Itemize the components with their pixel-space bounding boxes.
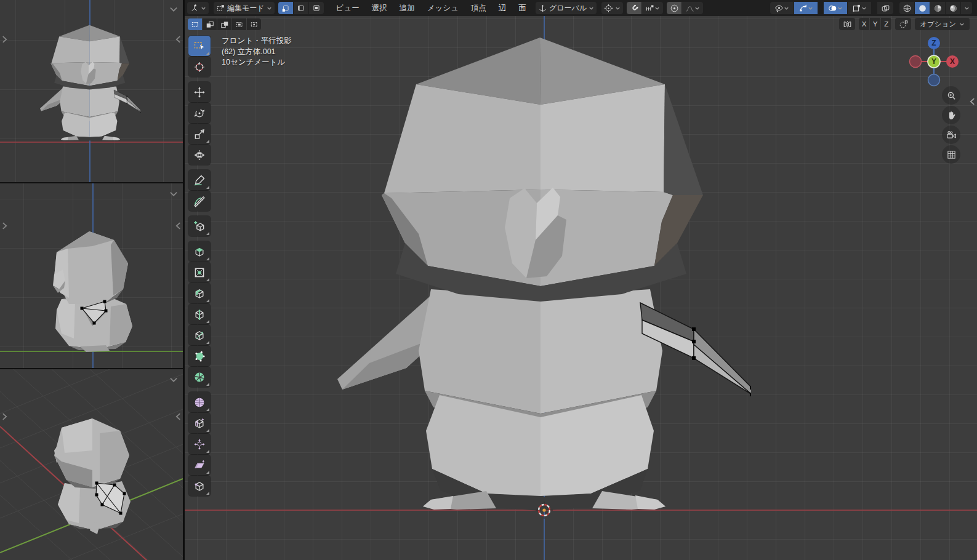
active-object-label: (62) 立方体.001	[222, 47, 292, 58]
mode-dropdown[interactable]: 編集モード	[214, 2, 275, 14]
shrink-fatten-tool[interactable]	[188, 434, 211, 454]
extrude-region-tool[interactable]	[188, 241, 211, 262]
penguin-mesh-front-small[interactable]	[39, 23, 141, 142]
region-expand-arrow[interactable]	[175, 412, 182, 423]
region-expand-arrow[interactable]	[175, 35, 182, 46]
object-visibility-dropdown[interactable]	[770, 2, 794, 14]
smooth-tool[interactable]	[188, 392, 211, 412]
chevron-down-icon	[959, 22, 965, 27]
svg-text:Z: Z	[931, 39, 936, 47]
left-viewport-column	[0, 0, 183, 560]
viewport-side-ortho[interactable]	[0, 183, 183, 368]
options-dropdown[interactable]: オプション	[915, 18, 970, 30]
3d-cursor	[536, 502, 553, 519]
mirror-axis-z[interactable]: Z	[881, 18, 891, 30]
chevron-down-icon	[201, 6, 206, 11]
viewport-corner-action[interactable]	[169, 188, 178, 199]
penguin-mesh-side[interactable]	[0, 183, 183, 368]
zoom-button[interactable]	[942, 86, 960, 105]
show-overlays-toggle[interactable]	[824, 2, 847, 14]
inset-faces-tool[interactable]	[188, 262, 211, 282]
select-mode-subtract[interactable]	[217, 18, 231, 30]
pivot-point-icon	[604, 4, 613, 13]
viewport-corner-action[interactable]	[169, 374, 178, 385]
bevel-tool[interactable]	[188, 283, 211, 303]
snap-toggle[interactable]	[627, 2, 641, 14]
chevron-down-icon	[589, 6, 594, 11]
transform-orientation-dropdown[interactable]: グローバル	[536, 2, 597, 14]
shading-dropdown[interactable]	[961, 2, 972, 14]
proportional-falloff-dropdown[interactable]	[682, 2, 703, 14]
region-expand-arrow[interactable]	[1, 412, 8, 423]
cursor-tool[interactable]	[188, 57, 211, 77]
mirror-axis-x[interactable]: X	[859, 18, 869, 30]
sidebar-collapse-arrow[interactable]	[969, 97, 976, 108]
shading-material-preview-button[interactable]	[930, 2, 945, 14]
toggle-xray[interactable]	[877, 2, 893, 14]
gizmo-axis-neg-z[interactable]	[928, 74, 940, 86]
select-mode-new[interactable]	[188, 18, 202, 30]
select-mode-invert[interactable]	[232, 18, 246, 30]
region-expand-arrow[interactable]	[1, 35, 8, 46]
editor-type-button[interactable]	[187, 2, 209, 14]
mirror-axis-y[interactable]: Y	[870, 18, 880, 30]
select-mode-extend[interactable]	[203, 18, 217, 30]
mode-label: 編集モード	[227, 3, 265, 14]
shading-wireframe-button[interactable]	[899, 2, 914, 14]
viewport-main[interactable]: フロント・平行投影 (62) 立方体.001 10センチメートル XYZ オプシ…	[185, 16, 977, 560]
pan-hand-button[interactable]	[942, 106, 960, 124]
gizmo-axis-neg-x[interactable]	[910, 56, 922, 68]
menu-3[interactable]: メッシュ	[421, 0, 465, 16]
mirror-dropdown[interactable]	[839, 18, 855, 30]
scale-tool[interactable]	[188, 124, 211, 144]
penguin-mesh-front[interactable]	[332, 31, 751, 517]
menu-0[interactable]: ビュー	[330, 0, 366, 16]
mesh-edit-overlays-dropdown[interactable]	[848, 2, 871, 14]
select-mode-intersect[interactable]	[247, 18, 261, 30]
snap-base-dropdown[interactable]	[895, 18, 911, 30]
svg-text:Y: Y	[931, 57, 936, 66]
vertex-select-mode[interactable]	[278, 2, 293, 14]
move-tool[interactable]	[188, 82, 211, 102]
edge-select-mode[interactable]	[294, 2, 308, 14]
penguin-mesh-perspective[interactable]	[0, 369, 183, 560]
view-scale-label: 10センチメートル	[222, 57, 292, 68]
select-box-tool[interactable]	[188, 36, 211, 56]
add-cube-tool[interactable]	[188, 216, 211, 236]
orientation-label: グローバル	[549, 3, 587, 14]
rotate-tool[interactable]	[188, 103, 211, 123]
region-expand-arrow[interactable]	[1, 222, 8, 233]
proportional-editing-toggle[interactable]	[667, 2, 681, 14]
knife-tool[interactable]	[188, 325, 211, 345]
loop-cut-tool[interactable]	[188, 304, 211, 324]
rip-region-tool[interactable]	[188, 476, 211, 496]
display-controls	[766, 2, 972, 14]
show-gizmos-toggle[interactable]	[794, 2, 818, 14]
menu-6[interactable]: 面	[512, 0, 533, 16]
snap-settings-dropdown[interactable]	[642, 2, 663, 14]
poly-build-tool[interactable]	[188, 346, 211, 366]
menu-2[interactable]: 追加	[393, 0, 421, 16]
shear-tool[interactable]	[188, 455, 211, 475]
menu-4[interactable]: 頂点	[465, 0, 493, 16]
face-select-mode[interactable]	[309, 2, 324, 14]
spin-tool[interactable]	[188, 367, 211, 387]
navigation-gizmo[interactable]: Z X Y	[903, 31, 965, 92]
viewport-front-ortho[interactable]	[0, 0, 183, 182]
shading-rendered-button[interactable]	[946, 2, 960, 14]
toggle-grid-button[interactable]	[942, 145, 960, 164]
viewport-user-perspective[interactable]	[0, 369, 183, 560]
edge-slide-tool[interactable]	[188, 413, 211, 433]
annotate-tool[interactable]	[188, 170, 211, 190]
measure-tool[interactable]	[188, 191, 211, 211]
viewport-corner-action[interactable]	[169, 4, 178, 15]
pivot-point-dropdown[interactable]	[601, 2, 623, 14]
menu-5[interactable]: 辺	[493, 0, 513, 16]
shading-solid-button[interactable]	[915, 2, 930, 14]
chevron-down-icon	[615, 6, 621, 11]
menu-1[interactable]: 選択	[366, 0, 393, 16]
transform-tool[interactable]	[188, 145, 211, 165]
view-name-label: フロント・平行投影	[222, 36, 292, 47]
region-expand-arrow[interactable]	[175, 222, 182, 233]
camera-view-button[interactable]	[942, 126, 960, 144]
